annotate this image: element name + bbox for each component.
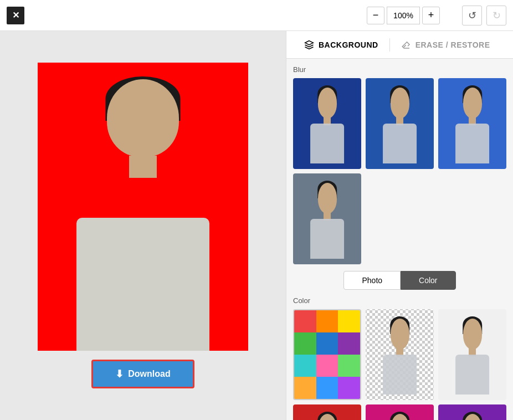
layers-icon [304,40,314,50]
color-label: Color [293,296,506,305]
person-neck [129,156,157,178]
color-thumb-purple[interactable] [438,404,506,420]
color-palette-thumb[interactable] [293,309,361,400]
color-thumb-magenta[interactable] [366,404,434,420]
person-body [76,218,209,351]
svg-marker-0 [305,40,314,45]
right-panel: BACKGROUND ERASE / RESTORE Blur [286,31,513,420]
close-icon: ✕ [12,10,19,21]
blur-thumbnails-row-2 [293,173,506,264]
color-thumbnails-row-2 [293,404,506,420]
blur-thumb-2[interactable] [366,78,434,169]
download-btn-container: ⬇ Download [91,360,194,388]
right-content: Blur [286,59,513,420]
download-button[interactable]: ⬇ Download [91,360,194,388]
zoom-plus-icon: + [428,9,434,21]
main-content: ⬇ Download BACKGROUND ERA [0,31,513,420]
download-label: Download [128,369,170,379]
download-icon: ⬇ [115,368,124,380]
zoom-in-button[interactable]: + [422,7,440,24]
top-bar: ✕ − 100% + ↺ ↻ [0,0,513,31]
sub-tabs: Photo Color [293,271,506,290]
close-button[interactable]: ✕ [7,7,24,24]
tab-background-label: BACKGROUND [319,40,378,49]
blur-thumb-1[interactable] [293,78,361,169]
color-thumb-transparent[interactable] [366,309,434,400]
redo-button[interactable]: ↻ [486,6,506,25]
blur-thumbnails-row [293,78,506,169]
redo-icon: ↻ [493,9,501,22]
undo-icon: ↺ [468,9,476,22]
person-head [107,79,179,157]
zoom-value-display: 100% [387,7,420,24]
color-thumbnails-row-1 [293,309,506,400]
tab-erase-restore[interactable]: ERASE / RESTORE [392,35,499,54]
photo-canvas [38,63,248,351]
zoom-controls: − 100% + [367,7,440,24]
zoom-out-button[interactable]: − [367,7,384,24]
color-thumb-white[interactable] [438,309,506,400]
tab-background[interactable]: BACKGROUND [295,35,387,54]
color-thumb-red[interactable] [293,404,361,420]
right-tabs: BACKGROUND ERASE / RESTORE [286,31,513,59]
photo-container [38,63,248,351]
blur-label: Blur [293,65,506,74]
left-panel: ⬇ Download [0,31,286,420]
tab-erase-restore-label: ERASE / RESTORE [415,40,490,49]
eraser-icon [401,40,411,50]
zoom-minus-icon: − [373,9,379,21]
blur-thumb-3[interactable] [438,78,506,169]
tab-separator [389,38,390,52]
undo-button[interactable]: ↺ [462,6,482,25]
blur-thumb-4[interactable] [293,173,361,264]
sub-tab-color[interactable]: Color [401,271,455,290]
sub-tab-photo[interactable]: Photo [343,271,401,290]
